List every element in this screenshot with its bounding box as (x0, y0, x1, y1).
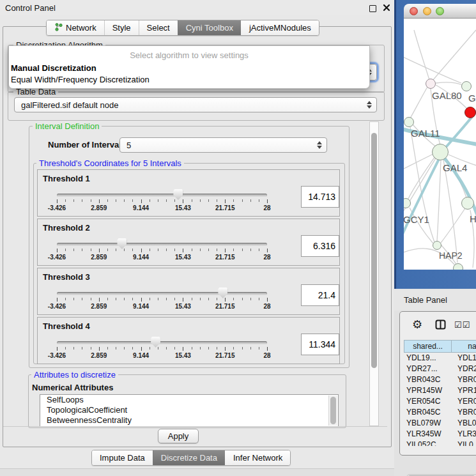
panel-scrollbar-thumb[interactable] (371, 133, 377, 368)
popup-header: Select algorithm to view settings (9, 50, 369, 60)
minimize-traffic-light-icon[interactable] (423, 7, 431, 15)
dropdown-spinner-icon (367, 101, 372, 109)
checkbox-icons[interactable]: ☑☑ (454, 320, 470, 330)
slider-ticks (57, 199, 268, 204)
node-label: GAL80 (432, 90, 462, 101)
slider-track[interactable] (57, 292, 267, 295)
tab-cyni-toolbox[interactable]: Cyni Toolbox (178, 20, 241, 35)
threshold-label: Threshold 1 (43, 174, 90, 183)
numerical-attributes-list[interactable]: SelfLoopsTopologicalCoefficientBetweenne… (40, 394, 339, 427)
control-panel-window: Control Panel NetworkStyleSelectCyni Too… (0, 0, 394, 476)
number-of-intervals-label: Number of Intervals (48, 140, 126, 150)
node-label: G (468, 93, 476, 104)
node-label: GAL4 (443, 162, 467, 173)
threshold-value-field[interactable]: 21.4 (301, 284, 339, 306)
close-icon[interactable] (383, 4, 390, 12)
threshold-label: Threshold 3 (43, 272, 90, 282)
zoom-traffic-light-icon[interactable] (436, 7, 444, 15)
tab-label: Cyni Toolbox (186, 23, 233, 33)
tab-infer-network[interactable]: Infer Network (225, 450, 290, 465)
table-row[interactable]: YBR045CYBR0 (404, 407, 476, 418)
table-row[interactable]: YLR345WYLR3 (404, 429, 476, 440)
table-row[interactable]: YER054CYER0 (404, 396, 476, 407)
number-of-intervals-value: 5 (127, 141, 131, 150)
tab-label: Network (66, 23, 96, 33)
table-data-dropdown[interactable]: galFiltered.sif default node (14, 97, 377, 112)
table-row[interactable]: YBL079WYBL0 (404, 418, 476, 429)
attributes-group-title: Attributes to discretize (31, 370, 118, 380)
slider-thumb[interactable] (218, 288, 227, 298)
table-row[interactable]: YIL052CYIL0 (404, 440, 476, 446)
network-node-g[interactable] (461, 81, 472, 91)
threshold-value-field[interactable]: 11.344 (301, 334, 339, 355)
threshold-panel-2: Threshold 2-3.4262.8599.14415.4321.71528… (37, 219, 340, 266)
number-of-intervals-dropdown[interactable]: 5 (119, 137, 327, 153)
network-node[interactable] (453, 263, 463, 270)
popup-item-manual-discretization[interactable]: Manual Discretization (11, 63, 96, 73)
threshold-value-field[interactable]: 14.713 (301, 186, 339, 208)
network-node[interactable] (464, 107, 476, 118)
window-bottom-strip (0, 469, 394, 476)
window-title: Control Panel (5, 3, 56, 13)
slider-tick-labels: -3.4262.8599.14415.4321.71528 (57, 254, 268, 261)
close-traffic-light-icon[interactable] (410, 7, 418, 15)
table-row[interactable]: YDR27...YDR2 (404, 364, 476, 374)
column-header-shared-name[interactable]: shared... (404, 340, 452, 353)
tab-network[interactable]: Network (47, 20, 104, 35)
slider-track[interactable] (57, 194, 267, 197)
algorithm-dropdown-popup: Select algorithm to view settings Manual… (8, 45, 370, 89)
network-canvas[interactable]: GAL80GGAL11GAL4GCY1HHAP2 (404, 19, 476, 270)
threshold-label: Threshold 2 (43, 223, 90, 233)
list-scrollbar[interactable] (328, 395, 337, 426)
table-rows: YDL19...YDL1YDR27...YDR2YBR043CYBR0YPR14… (404, 353, 476, 446)
tab-select[interactable]: Select (139, 20, 178, 35)
thresholds-group-title: Threshold's Coordinates for 5 Intervals (36, 158, 184, 168)
threshold-panel-1: Threshold 1-3.4262.8599.14415.4321.71528… (37, 169, 340, 217)
float-window-icon[interactable] (369, 5, 376, 12)
right-side-area: GAL80GGAL11GAL4GCY1HHAP2 Table Panel ⚙ ☑… (394, 0, 476, 476)
attribute-item[interactable]: BetweennessCentrality (40, 415, 338, 426)
tab-discretize-data[interactable]: Discretize Data (153, 450, 225, 465)
network-node-gal80[interactable] (426, 79, 436, 89)
table-row[interactable]: YDL19...YDL1 (404, 353, 476, 364)
table-row[interactable]: YPR145WYPR1 (404, 385, 476, 396)
network-node-gal11[interactable] (404, 117, 414, 127)
tab-jactivemnodules[interactable]: jActiveMNodules (241, 20, 319, 35)
split-column-icon[interactable] (435, 319, 446, 332)
table-panel-toolbar: ⚙ ☑☑ (400, 312, 476, 339)
tab-label: Style (112, 23, 131, 33)
threshold-label: Threshold 4 (43, 321, 90, 331)
slider-ticks (57, 298, 268, 303)
gear-icon[interactable]: ⚙ (412, 318, 422, 332)
control-panel-tabs: NetworkStyleSelectCyni ToolboxjActiveMNo… (46, 20, 319, 36)
network-node-hap2[interactable] (433, 241, 441, 250)
threshold-list: Threshold 1-3.4262.8599.14415.4321.71528… (37, 169, 340, 366)
table-data-selected: galFiltered.sif default node (21, 100, 118, 110)
table-row[interactable]: YBR043CYBR0 (404, 374, 476, 385)
apply-button[interactable]: Apply (158, 429, 199, 443)
slider-thumb[interactable] (117, 238, 127, 249)
numerical-attributes-label: Numerical Attributes (32, 383, 113, 392)
threshold-value-field[interactable]: 6.316 (301, 235, 339, 257)
tab-impute-data[interactable]: Impute Data (92, 450, 153, 465)
slider-track[interactable] (57, 243, 267, 246)
slider-thumb[interactable] (173, 189, 183, 200)
table-panel-titlebar: Table Panel (394, 289, 476, 311)
popup-item-equal-width-frequency[interactable]: Equal Width/Frequency Discretization (11, 75, 150, 84)
slider-thumb[interactable] (151, 337, 160, 348)
network-node-h[interactable] (461, 197, 474, 210)
slider-tick-labels: -3.4262.8599.14415.4321.71528 (57, 204, 268, 212)
tab-style[interactable]: Style (104, 20, 139, 35)
screenshot: Control Panel NetworkStyleSelectCyni Too… (0, 0, 476, 476)
slider-tick-labels: -3.4262.8599.14415.4321.71528 (57, 303, 268, 311)
panel-scrollbar[interactable] (369, 121, 379, 426)
interval-definition-title: Interval Definition (33, 121, 102, 131)
network-node-gal4[interactable] (432, 144, 449, 160)
cyni-mode-tabs: Impute DataDiscretize DataInfer Network (91, 450, 291, 466)
attribute-item[interactable]: SelfLoops (40, 395, 338, 405)
slider-track[interactable] (57, 341, 267, 344)
network-view-window: GAL80GGAL11GAL4GCY1HHAP2 (404, 4, 476, 270)
attribute-item[interactable]: TopologicalCoefficient (40, 405, 338, 415)
column-header-name[interactable]: na (451, 340, 476, 353)
threshold-panel-3: Threshold 3-3.4262.8599.14415.4321.71528… (37, 268, 340, 315)
